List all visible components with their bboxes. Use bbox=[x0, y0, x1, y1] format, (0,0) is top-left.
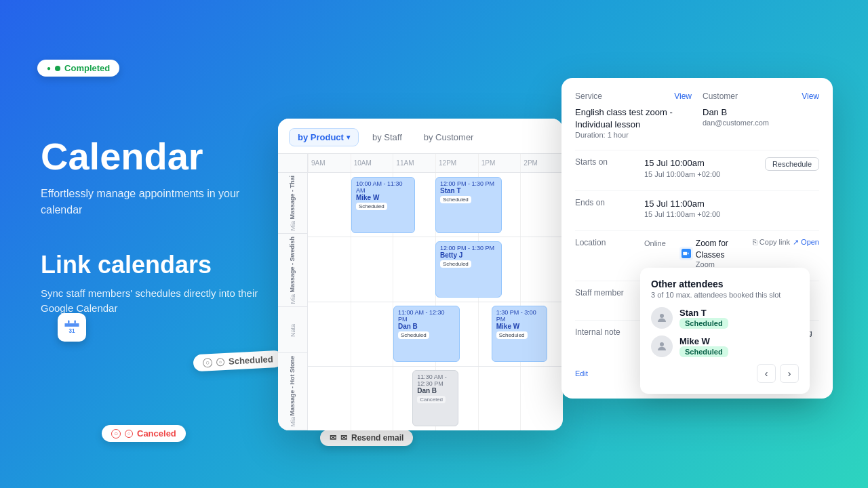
appt-name: Dan B bbox=[398, 323, 455, 330]
svg-rect-5 bbox=[68, 321, 69, 324]
reschedule-button[interactable]: Reschedule bbox=[765, 157, 819, 171]
customer-label: Customer bbox=[703, 92, 738, 101]
time-10am: 10AM bbox=[351, 154, 393, 172]
time-1pm: 1PM bbox=[478, 154, 521, 172]
svg-rect-1 bbox=[65, 323, 79, 325]
appt-status: Scheduled bbox=[440, 196, 471, 203]
resend-email-badge[interactable]: ✉ Resend email bbox=[320, 430, 413, 446]
appt-time: 10:00 AM - 11:30 AM bbox=[356, 180, 410, 194]
edit-note-button[interactable]: Edit bbox=[575, 369, 588, 378]
attendee-row-mike: Mike W Scheduled bbox=[651, 336, 799, 357]
location-label: Location bbox=[575, 238, 636, 247]
ends-on-section: Ends on 15 Jul 11:00am 15 Jul 11:00am +0… bbox=[575, 190, 819, 230]
grid-row-2: 12:00 PM - 1:30 PM Betty J Scheduled bbox=[308, 237, 563, 302]
appt-status: Scheduled bbox=[496, 331, 528, 339]
appt-name: Betty J bbox=[440, 251, 497, 259]
calendar-toolbar: by Product ▾ by Staff by Customer bbox=[278, 119, 563, 154]
tab-product-label: by Product bbox=[298, 132, 344, 142]
appt-dan-b-1[interactable]: 11:00 AM - 12:30 PM Dan B Scheduled bbox=[393, 306, 460, 362]
appt-mike-w-1[interactable]: 10:00 AM - 11:30 AM Mike W Scheduled bbox=[351, 177, 415, 233]
hero-title: Calendar bbox=[41, 136, 271, 178]
canceled-badge: ○ Canceled bbox=[102, 425, 186, 442]
attendees-popup: Other attendees 3 of 10 max. attendees b… bbox=[640, 268, 810, 394]
appt-dan-b-canceled[interactable]: 11:30 AM - 12:30 PM Dan B Canceled bbox=[412, 370, 458, 426]
appt-time: 11:00 AM - 12:30 PM bbox=[398, 309, 455, 323]
appt-name: Mike W bbox=[356, 194, 410, 201]
appt-mike-w-2[interactable]: 1:30 PM - 3:00 PM Mike W Scheduled bbox=[492, 306, 548, 362]
time-header: 9AM 10AM 11AM 12PM 1PM 2PM bbox=[308, 154, 563, 173]
link-subtitle: Sync staff members' schedules directly i… bbox=[41, 286, 271, 317]
tab-by-staff[interactable]: by Staff bbox=[364, 129, 410, 146]
grid-rows: 10:00 AM - 11:30 AM Mike W Scheduled 12:… bbox=[308, 173, 563, 430]
appt-name: Dan B bbox=[417, 387, 454, 394]
canceled-icon: ○ bbox=[125, 430, 133, 438]
svg-rect-3 bbox=[65, 325, 79, 327]
service-col: Service View English class test zoom - I… bbox=[575, 92, 692, 139]
svg-rect-6 bbox=[75, 321, 76, 324]
appt-status: Scheduled bbox=[440, 260, 471, 268]
tab-staff-label: by Staff bbox=[372, 132, 402, 142]
starts-on-date: 15 Jul 10:00am bbox=[644, 157, 757, 169]
attendee-row-stan: Stan T Scheduled bbox=[651, 307, 799, 329]
staff-labels-column: Massage - Thai Mia Massage - Swedish Mia… bbox=[278, 154, 308, 430]
envelope-icon: ✉ bbox=[340, 433, 347, 443]
starts-on-label: Starts on bbox=[575, 157, 636, 167]
attendees-title: Other attendees bbox=[651, 279, 799, 289]
appt-time: 12:00 PM - 1:30 PM bbox=[440, 180, 497, 187]
grid-row-4: 11:30 AM - 12:30 PM Dan B Canceled bbox=[308, 367, 563, 430]
chevron-down-icon: ▾ bbox=[347, 134, 350, 141]
tab-customer-label: by Customer bbox=[424, 132, 474, 142]
attendee-avatar-stan bbox=[651, 307, 673, 329]
service-duration: Duration: 1 hour bbox=[575, 131, 692, 139]
customer-col: Customer View Dan B dan@customer.com bbox=[703, 92, 819, 139]
appt-name: Stan T bbox=[440, 187, 497, 195]
tab-by-product[interactable]: by Product ▾ bbox=[289, 128, 359, 146]
ends-on-date: 15 Jul 11:00am bbox=[644, 198, 819, 210]
staff-member-label: Staff member bbox=[575, 288, 636, 298]
time-9am: 9AM bbox=[308, 154, 351, 172]
appt-status: Scheduled bbox=[356, 203, 387, 210]
location-row: Location Online Zoom for Classes Zoom bbox=[575, 238, 819, 269]
copy-icon: ⎘ bbox=[753, 238, 757, 246]
attendees-subtitle: 3 of 10 max. attendees booked this slot bbox=[651, 291, 799, 299]
service-view-link[interactable]: View bbox=[674, 92, 692, 101]
zoom-icon bbox=[679, 247, 693, 260]
location-type: Online bbox=[644, 239, 666, 247]
open-label: Open bbox=[801, 238, 819, 246]
appt-time: 1:30 PM - 3:00 PM bbox=[496, 309, 543, 323]
grid-row-3: 11:00 AM - 12:30 PM Dan B Scheduled 1:30… bbox=[308, 302, 563, 367]
appt-betty-j[interactable]: 12:00 PM - 1:30 PM Betty J Scheduled bbox=[435, 241, 502, 298]
prev-attendee-button[interactable]: ‹ bbox=[757, 364, 776, 383]
starts-on-tz: 15 Jul 10:00am +02:00 bbox=[644, 170, 757, 178]
attendee-status-stan: Scheduled bbox=[679, 318, 728, 329]
time-12pm: 12PM bbox=[435, 154, 478, 172]
service-name: English class test zoom - Individual les… bbox=[575, 106, 692, 131]
open-link-button[interactable]: ↗ Open bbox=[793, 238, 819, 247]
time-2pm: 2PM bbox=[520, 154, 563, 172]
customer-email: dan@customer.com bbox=[703, 119, 819, 127]
link-title: Link calendars bbox=[41, 251, 271, 279]
calendar-grid-main: 9AM 10AM 11AM 12PM 1PM 2PM 10:0 bbox=[308, 154, 563, 430]
customer-name: Dan B bbox=[703, 106, 819, 119]
staff-label-thai-mia: Massage - Thai Mia bbox=[278, 173, 307, 234]
staff-label-nata: Nata bbox=[278, 307, 307, 353]
service-label: Service bbox=[575, 92, 602, 101]
location-platform: Zoom for Classes bbox=[696, 238, 745, 261]
ends-on-tz: 15 Jul 11:00am +02:00 bbox=[644, 210, 819, 218]
appt-stan-t[interactable]: 12:00 PM - 1:30 PM Stan T Scheduled bbox=[435, 177, 502, 233]
appt-time: 12:00 PM - 1:30 PM bbox=[440, 245, 497, 251]
starts-on-row: Starts on 15 Jul 10:00am 15 Jul 10:00am … bbox=[575, 157, 819, 178]
copy-link-button[interactable]: ⎘ Copy link bbox=[753, 238, 790, 246]
appt-time: 11:30 AM - 12:30 PM bbox=[417, 373, 454, 387]
appt-status: Scheduled bbox=[398, 331, 429, 339]
left-hero-content: Calendar Effortlessly manage appointment… bbox=[41, 136, 271, 317]
tab-by-customer[interactable]: by Customer bbox=[416, 129, 482, 146]
svg-point-8 bbox=[660, 314, 664, 318]
customer-view-link[interactable]: View bbox=[802, 92, 819, 101]
attendee-avatar-mike bbox=[651, 336, 673, 357]
svg-point-9 bbox=[660, 342, 664, 346]
next-attendee-button[interactable]: › bbox=[780, 364, 799, 383]
completed-label: Completed bbox=[64, 63, 110, 73]
svg-text:31: 31 bbox=[68, 328, 75, 334]
attendee-name-mike: Mike W bbox=[679, 336, 728, 346]
